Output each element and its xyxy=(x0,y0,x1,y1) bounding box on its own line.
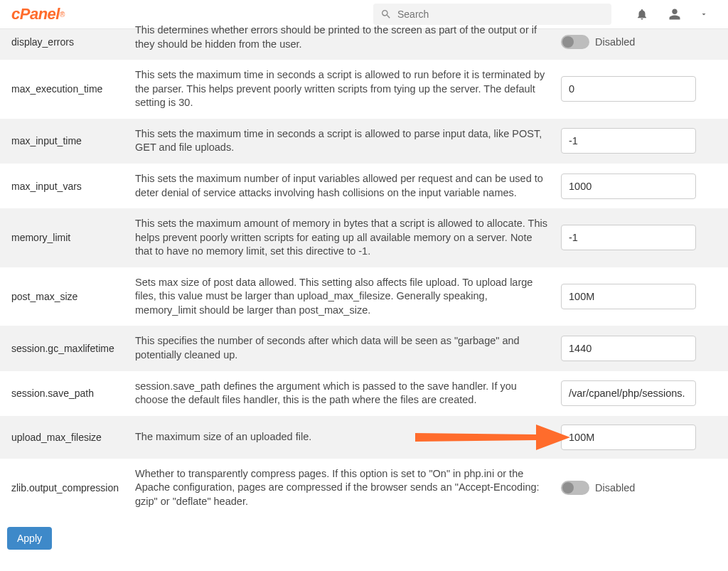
setting-input[interactable] xyxy=(561,336,696,361)
setting-name: upload_max_filesize xyxy=(7,432,135,443)
toggle-label: Disabled xyxy=(595,482,635,493)
setting-control xyxy=(561,425,721,450)
setting-name: session.save_path xyxy=(7,388,135,399)
setting-name: post_max_size xyxy=(7,291,135,302)
setting-desc: This determines whether errors should be… xyxy=(135,23,561,51)
setting-name: zlib.output_compression xyxy=(7,482,135,493)
setting-row: max_input_timeThis sets the maximum time… xyxy=(0,119,728,164)
logo-text: cPanel xyxy=(11,5,60,23)
user-icon[interactable] xyxy=(664,8,685,21)
setting-row: display_errorsThis determines whether er… xyxy=(0,29,728,60)
setting-row: upload_max_filesizeThe maximum size of a… xyxy=(0,416,728,459)
php-options-table: display_errorsThis determines whether er… xyxy=(0,29,728,517)
setting-name: session.gc_maxlifetime xyxy=(7,343,135,354)
setting-desc: This sets the maximum number of input va… xyxy=(135,172,561,200)
toggle-label: Disabled xyxy=(595,36,635,48)
setting-control xyxy=(561,174,721,199)
setting-toggle[interactable]: Disabled xyxy=(561,35,721,49)
setting-control xyxy=(561,336,721,361)
setting-desc: This sets the maximum time in seconds a … xyxy=(135,127,561,155)
setting-control xyxy=(561,225,721,250)
setting-control xyxy=(561,128,721,154)
caret-down-icon[interactable] xyxy=(697,10,711,18)
setting-input[interactable] xyxy=(561,425,696,450)
setting-name: max_input_vars xyxy=(7,181,135,192)
setting-name: display_errors xyxy=(7,36,135,48)
setting-input[interactable] xyxy=(561,174,696,199)
actions: Apply xyxy=(0,517,728,564)
setting-desc: Whether to transparently compress pages.… xyxy=(135,467,561,509)
setting-row: max_execution_timeThis sets the maximum … xyxy=(0,60,728,119)
apply-button[interactable]: Apply xyxy=(7,527,52,550)
setting-control: Disabled xyxy=(561,481,721,495)
search-input[interactable] xyxy=(397,9,604,20)
setting-desc: This specifies the number of seconds aft… xyxy=(135,334,561,362)
search-box[interactable] xyxy=(373,4,611,25)
setting-input[interactable] xyxy=(561,76,696,102)
setting-desc: session.save_path defines the argument w… xyxy=(135,380,561,407)
setting-toggle[interactable]: Disabled xyxy=(561,481,721,495)
logo[interactable]: cPanel® xyxy=(11,5,65,23)
setting-desc: This sets the maximum time in seconds a … xyxy=(135,68,561,110)
notifications-icon[interactable] xyxy=(631,8,653,21)
setting-row: max_input_varsThis sets the maximum numb… xyxy=(0,164,728,208)
setting-input[interactable] xyxy=(561,380,696,406)
setting-name: memory_limit xyxy=(7,232,135,243)
footer: cPanel® 96.0.9 HomeTrademarksPrivacy Pol… xyxy=(0,564,728,571)
setting-input[interactable] xyxy=(561,284,696,309)
setting-row: session.gc_maxlifetimeThis specifies the… xyxy=(0,326,728,370)
search-icon xyxy=(380,9,392,20)
setting-input[interactable] xyxy=(561,128,696,154)
setting-row: memory_limitThis sets the maximum amount… xyxy=(0,208,728,267)
setting-control xyxy=(561,284,721,309)
setting-control xyxy=(561,380,721,406)
setting-name: max_execution_time xyxy=(7,83,135,95)
setting-input[interactable] xyxy=(561,225,696,250)
setting-row: zlib.output_compressionWhether to transp… xyxy=(0,459,728,518)
setting-desc: The maximum size of an uploaded file. xyxy=(135,430,561,444)
setting-control: Disabled xyxy=(561,35,721,49)
setting-row: session.save_pathsession.save_path defin… xyxy=(0,371,728,416)
setting-control xyxy=(561,76,721,102)
setting-desc: This sets the maximum amount of memory i… xyxy=(135,217,561,259)
setting-name: max_input_time xyxy=(7,135,135,146)
setting-row: post_max_sizeSets max size of post data … xyxy=(0,267,728,326)
setting-desc: Sets max size of post data allowed. This… xyxy=(135,276,561,318)
